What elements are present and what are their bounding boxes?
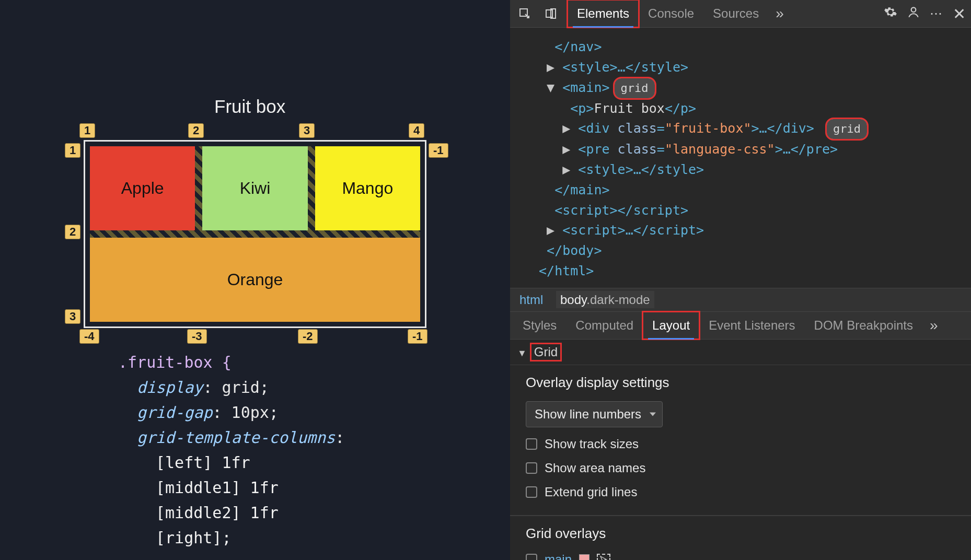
cell-apple: Apple	[90, 146, 195, 230]
overlay-settings-pane: Overlay display settings Show line numbe…	[510, 365, 971, 516]
grid-line-label: 3	[65, 309, 80, 324]
grid-line-label: 2	[188, 123, 204, 138]
dom-node[interactable]: <pre	[578, 142, 617, 157]
rendered-page: Fruit box 1 2 3 4 1 2 3 -1 -4 -3 -2 -1 A…	[0, 0, 510, 560]
label-extend-lines: Extend grid lines	[545, 485, 637, 499]
grid-overlay-wrap: 1 2 3 4 1 2 3 -1 -4 -3 -2 -1 Apple Kiwi …	[84, 140, 426, 328]
breadcrumb[interactable]: html body.dark-mode	[510, 288, 971, 312]
css-prop: display	[137, 378, 203, 396]
dom-node[interactable]: <div	[578, 121, 617, 136]
dom-node[interactable]: <style>…</style>	[578, 162, 704, 177]
grid-badge[interactable]: grid	[826, 119, 868, 139]
fruit-grid: Apple Kiwi Mango Orange	[90, 146, 420, 322]
css-val: [right];	[118, 526, 395, 551]
tab-layout[interactable]: Layout	[643, 312, 699, 339]
styles-tabs-overflow[interactable]: »	[922, 317, 945, 334]
grid-line-label: -1	[408, 329, 427, 344]
crumb-html[interactable]: html	[519, 293, 543, 307]
overlay-main-color[interactable]	[579, 554, 589, 560]
reveal-icon[interactable]	[597, 554, 610, 560]
cell-mango: Mango	[315, 146, 420, 230]
inspect-icon[interactable]	[515, 4, 534, 23]
grid-line-label: -2	[298, 329, 318, 344]
dom-node[interactable]: >…</pre>	[775, 142, 838, 157]
dom-attr-val: "fruit-box"	[665, 121, 752, 136]
devtools-panel: Elements Console Sources » ⋯ ✕ </nav> ▶ …	[510, 0, 971, 560]
grid-line-label: 4	[409, 123, 424, 138]
css-selector: .fruit-box {	[118, 353, 232, 371]
css-val: :	[335, 428, 344, 447]
dom-node[interactable]: </body>	[547, 243, 602, 258]
tab-sources[interactable]: Sources	[703, 0, 768, 27]
grid-line-label: 3	[299, 123, 315, 138]
css-val: : grid;	[203, 378, 269, 396]
tab-computed[interactable]: Computed	[566, 312, 643, 339]
tab-event-listeners[interactable]: Event Listeners	[699, 312, 804, 339]
checkbox-track-sizes[interactable]	[526, 438, 537, 450]
kebab-icon[interactable]: ⋯	[930, 6, 943, 21]
cell-orange: Orange	[90, 238, 420, 322]
dom-node[interactable]: </html>	[539, 263, 594, 278]
page-title: Fruit box	[214, 96, 285, 117]
dom-tree[interactable]: </nav> ▶ <style>…</style> ▼ <main>grid <…	[510, 28, 971, 288]
devtools-toolbar: Elements Console Sources » ⋯ ✕	[510, 0, 971, 28]
overlay-checkbox-main[interactable]	[526, 554, 537, 560]
tab-styles[interactable]: Styles	[513, 312, 566, 339]
css-prop: grid-gap	[137, 403, 213, 422]
tabs-overflow[interactable]: »	[768, 5, 791, 22]
crumb-body[interactable]: body.dark-mode	[556, 291, 654, 308]
checkbox-area-names[interactable]	[526, 462, 537, 474]
grid-badge[interactable]: grid	[614, 78, 655, 99]
dom-attr-val: "language-css"	[665, 142, 775, 157]
css-prop: grid-template-columns	[137, 428, 335, 447]
dom-node[interactable]: <style>…</style>	[562, 60, 688, 75]
dom-node[interactable]: <script></script>	[554, 203, 688, 218]
label-track-sizes: Show track sizes	[545, 437, 639, 451]
css-val: [middle2] 1fr	[118, 500, 395, 526]
close-icon[interactable]: ✕	[953, 5, 966, 23]
grid-line-label: -1	[429, 143, 448, 158]
dom-node[interactable]: </main>	[554, 182, 609, 197]
cell-kiwi: Kiwi	[202, 146, 307, 230]
dom-node[interactable]: <script>…</script>	[562, 223, 704, 238]
grid-line-label: 1	[65, 143, 80, 158]
overlay-main-label[interactable]: main	[545, 552, 572, 560]
grid-line-label: -3	[187, 329, 207, 344]
css-val: [middle1] 1fr	[118, 475, 395, 500]
dom-node[interactable]: <main>	[562, 80, 609, 95]
dom-node[interactable]: >…</div>	[752, 121, 814, 136]
tab-elements[interactable]: Elements	[568, 0, 639, 27]
grid-line-label: 2	[65, 225, 80, 239]
css-snippet: .fruit-box { display: grid; grid-gap: 10…	[118, 350, 395, 551]
dom-attr: class	[618, 121, 657, 136]
dom-attr: class	[618, 142, 657, 157]
settings-icon[interactable]	[884, 5, 897, 22]
grid-section-label: Grid	[531, 344, 561, 360]
device-toggle-icon[interactable]	[541, 4, 560, 23]
grid-line-label: 1	[79, 123, 95, 138]
tab-dom-breakpoints[interactable]: DOM Breakpoints	[805, 312, 922, 339]
grid-section-header[interactable]: Grid	[510, 340, 971, 365]
grid-overlays-title: Grid overlays	[526, 526, 955, 542]
grid-line-label: -4	[79, 329, 99, 344]
line-numbers-select[interactable]: Show line numbers	[526, 401, 663, 427]
css-val: [left] 1fr	[118, 450, 395, 475]
account-icon[interactable]	[907, 5, 920, 22]
svg-rect-1	[546, 10, 552, 17]
tab-console[interactable]: Console	[639, 0, 703, 27]
svg-point-3	[911, 7, 916, 12]
label-area-names: Show area names	[545, 461, 645, 475]
overlay-settings-title: Overlay display settings	[526, 375, 955, 391]
styles-tabs: Styles Computed Layout Event Listeners D…	[510, 312, 971, 340]
checkbox-extend-lines[interactable]	[526, 486, 537, 498]
dom-node[interactable]: </nav>	[554, 39, 602, 54]
css-val: : 10px;	[213, 403, 279, 422]
grid-overlays-pane: Grid overlays main ✓ div.fruit-box	[510, 516, 971, 560]
